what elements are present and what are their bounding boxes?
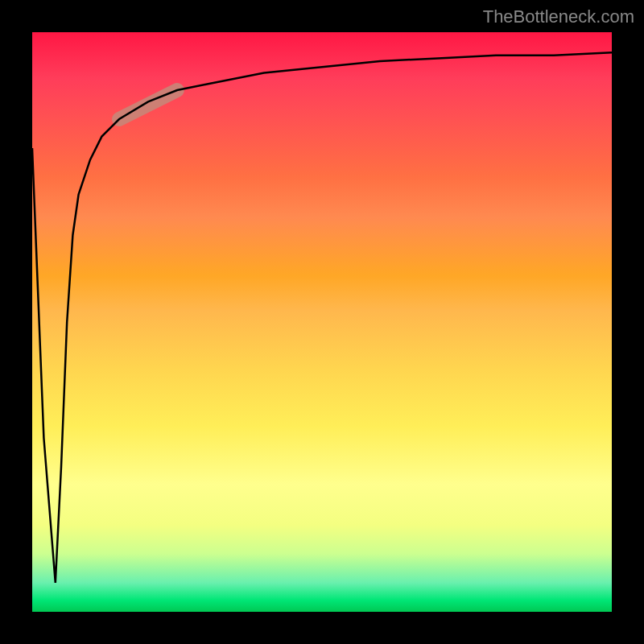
- bottleneck-curve: [32, 52, 612, 583]
- curve-overlay: [32, 32, 612, 612]
- watermark-text: TheBottleneck.com: [483, 6, 634, 27]
